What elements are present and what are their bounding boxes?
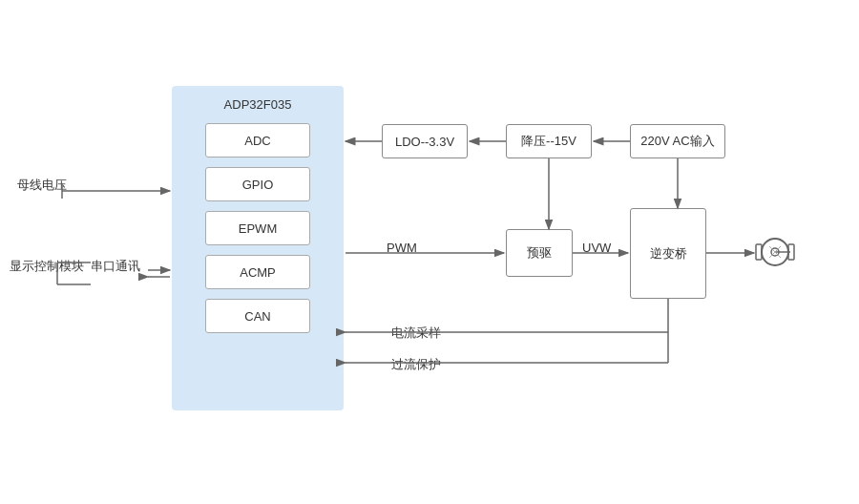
adp-title: ADP32F035 — [172, 86, 344, 119]
module-can: CAN — [205, 299, 310, 333]
overcurrent-label: 过流保护 — [391, 356, 441, 373]
display-module-label: 显示控制模块 — [10, 258, 84, 275]
pre-driver-box: 预驱 — [506, 229, 573, 277]
pwm-label: PWM — [387, 241, 417, 255]
adp-modules: ADC GPIO EPWM ACMP CAN — [172, 119, 344, 333]
module-adc: ADC — [205, 123, 310, 158]
uvw-label: UVW — [582, 241, 611, 255]
current-sample-label: 电流采样 — [391, 325, 441, 342]
bus-voltage-label: 母线电压 — [17, 177, 67, 194]
diagram: ADP32F035 ADC GPIO EPWM ACMP CAN LDO--3.… — [0, 0, 859, 504]
module-epwm: EPWM — [205, 211, 310, 245]
module-acmp: ACMP — [205, 255, 310, 289]
module-gpio: GPIO — [205, 167, 310, 201]
ldo-box: LDO--3.3V — [382, 124, 468, 158]
motor-icon — [754, 231, 796, 273]
ac-input-box: 220V AC输入 — [630, 124, 725, 158]
arrows-overlay — [0, 0, 859, 504]
buck-box: 降压--15V — [506, 124, 592, 158]
adp-block: ADP32F035 ADC GPIO EPWM ACMP CAN — [172, 86, 344, 410]
serial-comm-label: 串口通讯 — [91, 258, 140, 275]
inverter-box: 逆变桥 — [630, 208, 706, 299]
